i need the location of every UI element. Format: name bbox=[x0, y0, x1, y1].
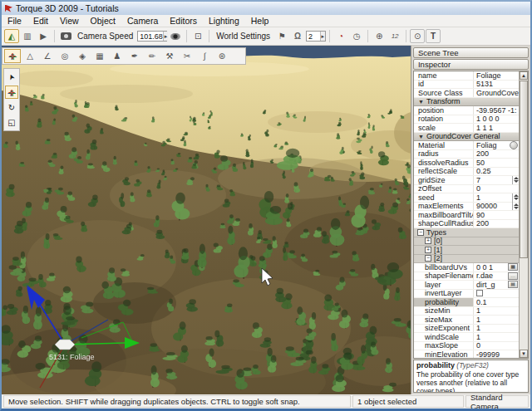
property-value[interactable]: -39.9567 -1: bbox=[474, 106, 519, 115]
value-text[interactable]: Foliage bbox=[476, 71, 519, 80]
property-row-maxElements[interactable]: maxElements90000 bbox=[414, 203, 519, 212]
checkbox[interactable] bbox=[476, 290, 483, 296]
spinner-icon[interactable] bbox=[512, 176, 519, 184]
value-text[interactable]: 90 bbox=[476, 211, 519, 219]
section-GroundCoverGeneral[interactable]: ▼GroundCover General bbox=[414, 133, 519, 142]
value-text[interactable]: 1 bbox=[476, 306, 519, 315]
material-editor-tool-icon[interactable]: ◎ bbox=[57, 49, 73, 63]
clock-icon[interactable]: ◷ bbox=[349, 29, 364, 43]
property-value[interactable]: -99999 bbox=[474, 350, 519, 358]
value-text[interactable]: 1 bbox=[476, 316, 519, 324]
section-Transform[interactable]: ▼Transform bbox=[414, 98, 519, 107]
property-value[interactable]: 90 bbox=[474, 211, 519, 219]
property-value[interactable]: Foliag bbox=[474, 141, 519, 149]
material-globe-icon[interactable] bbox=[510, 141, 518, 149]
frame-select-icon[interactable]: ⊙ bbox=[410, 29, 425, 43]
property-row-rotation[interactable]: rotation1 0 0 0 bbox=[414, 115, 519, 125]
property-value[interactable]: 1 1 1 bbox=[474, 124, 519, 132]
property-value[interactable]: 90000 bbox=[474, 202, 519, 210]
camera-mode[interactable]: Standard Camera bbox=[466, 395, 529, 408]
scene-tree-header[interactable]: Scene Tree bbox=[413, 47, 529, 58]
value-text[interactable]: 0.25 bbox=[476, 167, 519, 175]
value-text[interactable]: 7 bbox=[476, 176, 512, 184]
menu-editors[interactable]: Editors bbox=[164, 15, 203, 27]
inspector-header[interactable]: Inspector bbox=[413, 59, 529, 70]
section-Types[interactable]: −Types bbox=[414, 228, 519, 237]
property-value[interactable]: 0 bbox=[474, 341, 519, 350]
camera-icon[interactable] bbox=[58, 29, 73, 43]
select-tool[interactable]: ➤ bbox=[5, 71, 18, 84]
property-value[interactable]: dirt_g▤ bbox=[474, 281, 519, 289]
value-text[interactable]: -99999 bbox=[476, 350, 519, 358]
collapse-arrow-icon[interactable]: ▼ bbox=[418, 134, 424, 139]
value-text[interactable]: 1 bbox=[476, 324, 519, 332]
property-row-sizeExponent[interactable]: sizeExponent1 bbox=[414, 325, 519, 334]
property-row-minElevation[interactable]: minElevation-99999 bbox=[414, 350, 519, 358]
scale-tool[interactable]: ◱ bbox=[5, 115, 18, 129]
menu-edit[interactable]: Edit bbox=[27, 15, 54, 27]
value-text[interactable]: r.dae bbox=[476, 272, 508, 280]
collapse-icon[interactable]: − bbox=[425, 255, 431, 262]
property-value[interactable]: 200 bbox=[474, 219, 519, 228]
property-row-radius[interactable]: radius200 bbox=[414, 150, 519, 159]
browse-button[interactable]: … bbox=[508, 272, 518, 280]
visibility-eye-icon[interactable] bbox=[168, 29, 183, 43]
frame-camera-icon[interactable]: ⊡ bbox=[190, 29, 205, 43]
value-text[interactable]: GroundCove bbox=[476, 89, 519, 97]
property-row-reflectScale[interactable]: reflectScale0.25 bbox=[414, 168, 519, 177]
property-value[interactable]: 1 bbox=[474, 333, 519, 341]
menu-help[interactable]: Help bbox=[245, 15, 275, 27]
value-text[interactable]: 0.1 bbox=[476, 298, 519, 306]
viewport-3d[interactable]: 5131: Foliage ✛△∠◎◈▦♟✒✏⚒✂∫⊛ ➤ ✛ ↻ ◱ bbox=[2, 46, 411, 394]
property-row-position[interactable]: position-39.9567 -1: bbox=[414, 106, 519, 115]
magnet-icon[interactable]: Ω bbox=[290, 29, 305, 43]
value-text[interactable]: Foliag bbox=[476, 141, 510, 149]
scroll-thumb[interactable] bbox=[520, 81, 528, 258]
property-value[interactable]: Foliage bbox=[474, 71, 519, 80]
property-value[interactable]: 200 bbox=[474, 149, 519, 158]
property-value[interactable]: 0.25 bbox=[474, 167, 519, 175]
river-editor-tool-icon[interactable]: ∫ bbox=[196, 49, 213, 63]
viewport-scene[interactable]: 5131: Foliage bbox=[2, 46, 411, 394]
property-value[interactable]: 0 bbox=[474, 184, 519, 193]
play-icon[interactable]: ▶ bbox=[36, 29, 51, 43]
property-row-sizeMax[interactable]: sizeMax1 bbox=[414, 316, 519, 325]
layer-picker-icon[interactable]: ▤ bbox=[508, 281, 518, 288]
value-text[interactable]: 0 bbox=[476, 184, 519, 193]
terrain-painter-tool-icon[interactable]: ◈ bbox=[74, 49, 91, 63]
value-text[interactable]: 200 bbox=[476, 219, 519, 228]
property-row-zOffset[interactable]: zOffset0 bbox=[414, 185, 519, 194]
add-object-icon[interactable]: ⊕ bbox=[372, 29, 387, 43]
property-row-shapeCullRadius[interactable]: shapeCullRadius200 bbox=[414, 220, 519, 229]
property-row-scale[interactable]: scale1 1 1 bbox=[414, 124, 519, 133]
text-tool-icon[interactable]: T bbox=[426, 29, 441, 43]
terrain-block-tool-icon[interactable]: ▦ bbox=[91, 49, 108, 63]
menu-lighting[interactable]: Lighting bbox=[203, 15, 245, 27]
property-row-maxBillboardTiltAngle[interactable]: maxBillboardTiltAngle90 bbox=[414, 211, 519, 220]
section-0[interactable]: +[0] bbox=[414, 237, 519, 247]
datablock-editor-tool-icon[interactable]: ⚒ bbox=[161, 49, 178, 63]
expand-icon[interactable]: + bbox=[425, 247, 431, 253]
property-value[interactable]: 1 bbox=[474, 316, 519, 324]
snap-size-input[interactable]: 2▸ bbox=[306, 31, 326, 42]
rotate-tool[interactable]: ↻ bbox=[5, 100, 18, 114]
property-value[interactable]: GroundCove bbox=[474, 89, 519, 97]
value-text[interactable]: 1 0 0 0 bbox=[476, 115, 519, 123]
value-text[interactable]: 90000 bbox=[476, 202, 512, 210]
section-2[interactable]: −[2] bbox=[414, 255, 519, 264]
property-value[interactable]: 1 bbox=[474, 324, 519, 332]
value-text[interactable]: 1 1 1 bbox=[476, 124, 519, 132]
property-row-windScale[interactable]: windScale1 bbox=[414, 333, 519, 342]
value-text[interactable]: -39.9567 -1: bbox=[476, 106, 519, 115]
section-1[interactable]: +[1] bbox=[414, 246, 519, 255]
property-value[interactable]: 0 0 1▦ bbox=[474, 263, 519, 272]
menu-view[interactable]: View bbox=[54, 15, 85, 27]
property-value[interactable]: 1 0 0 0 bbox=[474, 115, 519, 123]
property-value[interactable]: 7 bbox=[474, 176, 519, 184]
value-text[interactable]: 1 bbox=[476, 333, 519, 341]
property-value[interactable]: 50 bbox=[474, 159, 519, 167]
property-row-layer[interactable]: layerdirt_g▤ bbox=[414, 281, 519, 290]
value-text[interactable]: 1 bbox=[476, 193, 512, 202]
spinner-icon[interactable] bbox=[512, 202, 519, 210]
inspector-scrollbar[interactable]: ▲ ▼ bbox=[519, 71, 528, 358]
